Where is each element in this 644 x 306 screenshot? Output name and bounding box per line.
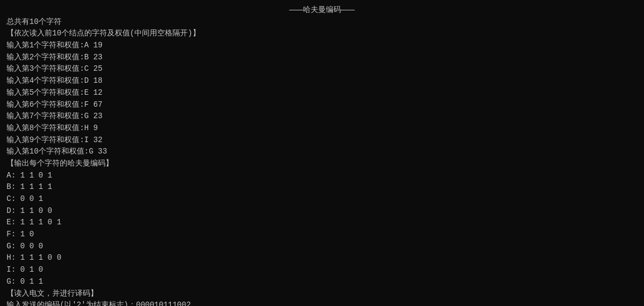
- line-input1: 输入第1个字符和权值:A 19: [7, 40, 637, 52]
- line-input6: 输入第6个字符和权值:F 67: [7, 99, 637, 111]
- line-input8: 输入第8个字符和权值:H 9: [7, 123, 637, 134]
- line-input9: 输入第9个字符和权值:I 32: [7, 134, 637, 146]
- line-total: 总共有10个字符: [7, 16, 637, 28]
- line-input5: 输入第5个字符和权值:E 12: [7, 87, 637, 99]
- line-input3: 输入第3个字符和权值:C 25: [7, 63, 637, 75]
- line-prompt-output: 【输出每个字符的哈夫曼编码】: [7, 158, 637, 170]
- title-line: ———哈夫曼编码———: [7, 4, 637, 16]
- line-prompt-decode: 【读入电文，并进行译码】: [7, 288, 637, 300]
- terminal-window: ———哈夫曼编码——— 总共有10个字符 【依次读入前10个结点的字符及权值(中…: [0, 0, 644, 306]
- line-code-g2: G: 0 1 1: [7, 276, 637, 288]
- line-code-c: C: 0 0 1: [7, 193, 637, 205]
- line-input10: 输入第10个字符和权值:G 33: [7, 146, 637, 158]
- line-input2: 输入第2个字符和权值:B 23: [7, 52, 637, 64]
- line-code-e: E: 1 1 1 0 1: [7, 217, 637, 229]
- line-code-a: A: 1 1 0 1: [7, 170, 637, 182]
- line-prompt-input: 【依次读入前10个结点的字符及权值(中间用空格隔开)】: [7, 28, 637, 40]
- line-code-d: D: 1 1 0 0: [7, 205, 637, 217]
- line-input-code: 输入发送的编码(以'2'为结束标志)：000010111002: [7, 299, 637, 306]
- line-code-i: I: 0 1 0: [7, 264, 637, 276]
- line-input7: 输入第7个字符和权值:G 23: [7, 111, 637, 123]
- line-input4: 输入第4个字符和权值:D 18: [7, 75, 637, 87]
- line-code-b: B: 1 1 1 1: [7, 181, 637, 193]
- line-code-g1: G: 0 0 0: [7, 241, 637, 253]
- line-code-f: F: 1 0: [7, 229, 637, 241]
- line-code-h: H: 1 1 1 0 0: [7, 252, 637, 264]
